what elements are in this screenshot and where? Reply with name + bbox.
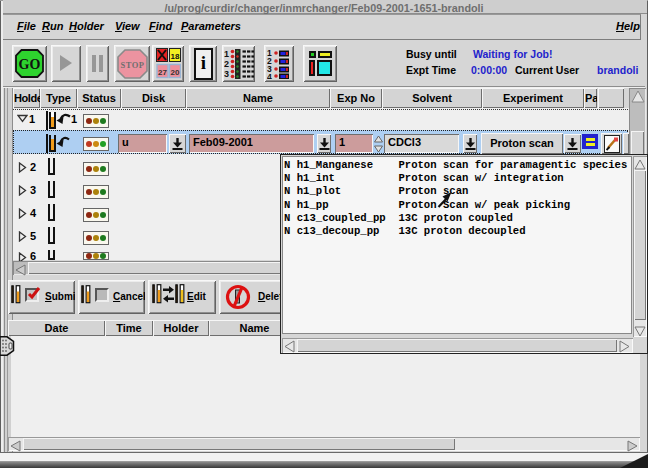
svg-text:GO: GO (19, 57, 41, 72)
svg-text:2: 2 (224, 59, 229, 69)
svg-text:20: 20 (171, 68, 180, 77)
svg-text:1: 1 (224, 49, 229, 59)
svg-text:4: 4 (267, 72, 272, 80)
svg-text:18: 18 (171, 52, 180, 61)
svg-text:STOP: STOP (120, 60, 144, 70)
svg-text:3: 3 (224, 69, 229, 79)
svg-text:27: 27 (158, 68, 167, 77)
